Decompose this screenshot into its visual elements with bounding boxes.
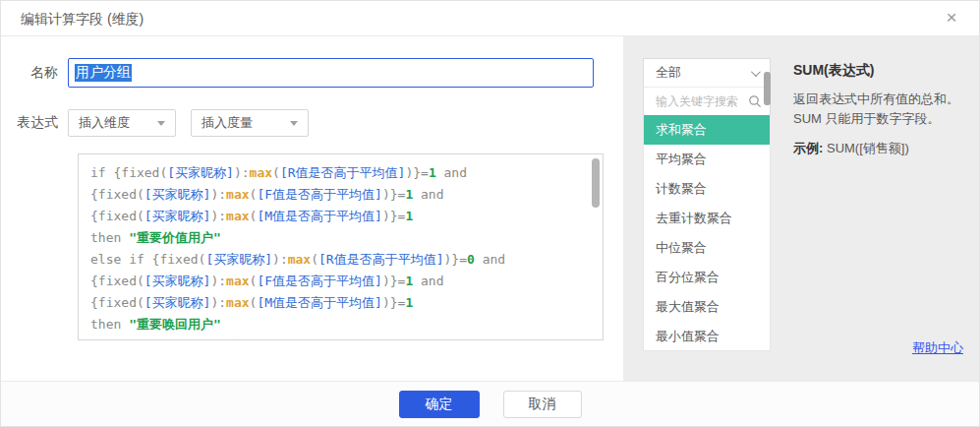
aggregation-item[interactable]: 平均聚合 [644,145,770,174]
dialog-title: 编辑计算字段 (维度) [21,11,144,27]
insert-measure-label: 插入度量 [202,114,253,132]
caret-down-icon [290,121,298,126]
function-info-example: 示例: SUM([销售额]) [793,139,972,158]
expression-row: 表达式 插入维度 插入度量 [1,109,323,137]
function-info: SUM(表达式) 返回表达式中所有值的总和。SUM 只能用于数字字段。 示例: … [793,62,972,158]
function-info-description: 返回表达式中所有值的总和。SUM 只能用于数字字段。 [793,90,972,129]
code-line: {fixed([买家昵称]):max([M值是否高于平均值])}=1 [90,292,591,314]
insert-dimension-label: 插入维度 [79,114,130,132]
example-label: 示例: [793,141,823,155]
function-category-value: 全部 [656,64,681,82]
edit-calculated-field-dialog: 编辑计算字段 (维度) × 名称 用户分组 表达式 插入维度 插入度量 [0,0,980,427]
code-line: {fixed([买家昵称]):max([M值是否高于平均值])}=1 [90,206,591,227]
insert-measure-dropdown[interactable]: 插入度量 [191,109,309,137]
aggregation-item[interactable]: 最大值聚合 [644,292,770,322]
list-scrollbar[interactable] [764,72,771,105]
code-line: then "重要唤回用户" [90,314,591,336]
caret-down-icon [157,121,165,126]
close-icon[interactable]: × [940,1,963,35]
name-row: 名称 用户分组 [1,58,594,88]
function-panel: 全部 求和聚合平均聚合计数聚合去重计数聚合中位聚合百分位聚合最大值聚合最小值聚合… [623,36,980,383]
dialog-titlebar: 编辑计算字段 (维度) × [1,1,979,36]
function-search [643,87,771,116]
function-category-dropdown[interactable]: 全部 [643,58,771,88]
code-lines: if {fixed([买家昵称]):max([R值是否高于平均值])}=1 an… [79,154,603,340]
ok-button[interactable]: 确定 [399,391,480,418]
expression-label: 表达式 [1,114,68,132]
search-icon [748,94,762,108]
aggregation-item[interactable]: 求和聚合 [644,115,770,145]
expression-editor[interactable]: if {fixed([买家昵称]):max([R值是否高于平均值])}=1 an… [78,153,604,340]
aggregation-item[interactable]: 百分位聚合 [644,263,770,292]
aggregation-item[interactable]: 最小值聚合 [644,322,770,351]
name-input[interactable]: 用户分组 [68,58,594,88]
aggregation-list: 求和聚合平均聚合计数聚合去重计数聚合中位聚合百分位聚合最大值聚合最小值聚合 [643,115,771,351]
code-line: else if {fixed([买家昵称]):max([R值是否高于平均值])}… [90,249,591,271]
name-label: 名称 [1,64,68,82]
code-line: then "重要价值用户" [90,227,591,249]
code-line: {fixed([买家昵称]):max([F值是否高于平均值])}=1 and [90,184,591,206]
aggregation-item[interactable]: 去重计数聚合 [644,204,770,233]
function-info-title: SUM(表达式) [793,62,972,80]
chevron-down-icon [751,67,761,77]
insert-dimension-dropdown[interactable]: 插入维度 [68,109,176,137]
code-line: {fixed([买家昵称]):max([F值是否高于平均值])}=1 and [90,271,591,292]
code-line: if {fixed([买家昵称]):max([R值是否高于平均值])}=1 an… [90,162,591,184]
cancel-button[interactable]: 取消 [503,391,582,418]
example-value: SUM([销售额]) [827,141,909,155]
code-line: else if {fixed([买家昵称]):max([R值是否高于平均值])}… [90,336,591,340]
form-area: 名称 用户分组 表达式 插入维度 插入度量 if {fixed([买家昵称]):… [1,36,623,383]
search-input[interactable] [656,94,748,108]
dialog-body: 名称 用户分组 表达式 插入维度 插入度量 if {fixed([买家昵称]):… [1,36,979,383]
name-value-selected: 用户分组 [75,64,132,82]
editor-scrollbar[interactable] [592,158,600,208]
dialog-footer: 确定 取消 [1,381,979,426]
aggregation-item[interactable]: 计数聚合 [644,174,770,204]
help-center-link[interactable]: 帮助中心 [912,339,963,357]
aggregation-item[interactable]: 中位聚合 [644,233,770,263]
